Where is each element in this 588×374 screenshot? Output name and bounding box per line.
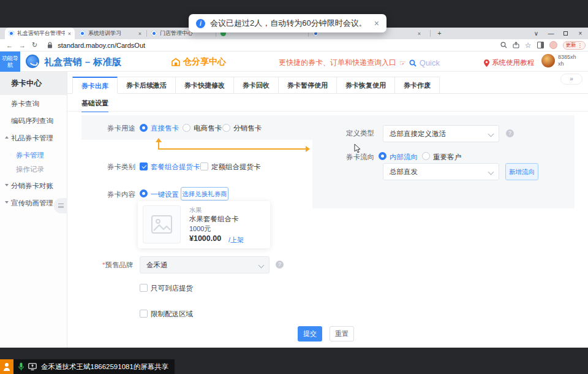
category-option-package[interactable]: 套餐组合提货卡: [151, 162, 200, 172]
window-maximize-button[interactable]: [560, 28, 571, 39]
location-pin-icon: [484, 59, 489, 67]
tab-card-followup-activate[interactable]: 券卡后续激活: [118, 77, 176, 94]
user-account[interactable]: 8385xh xh: [541, 54, 576, 67]
mouse-cursor: [354, 143, 361, 153]
checkbox-limit-delivery-area[interactable]: [140, 310, 148, 318]
app-header: 功能导航 礼盒营销 – 标准版 仓分享中心 更快捷的券卡、订单和快递查询入口 ☞…: [0, 52, 588, 72]
sidebar-item-distribution-reconcile[interactable]: 分销券卡对账: [0, 181, 67, 191]
back-icon[interactable]: ←: [6, 42, 13, 49]
tab-card-void[interactable]: 券卡作废: [395, 77, 440, 94]
tab-card-resume[interactable]: 券卡恢复使用: [337, 77, 395, 94]
share-icon[interactable]: [513, 42, 519, 48]
tab-card-quick-edit[interactable]: 券卡快捷修改: [176, 77, 234, 94]
category-option-fixed[interactable]: 定额组合提货卡: [211, 162, 261, 172]
submit-button[interactable]: 提交: [298, 326, 322, 342]
category-label: 券卡类别: [107, 162, 135, 172]
browser-window: 礼盒营销平台管理中心 × 系统培训学习 × 门店管理中心: [0, 28, 588, 348]
sidebar-item-code-sequence-query[interactable]: 编码序列查询: [0, 116, 67, 126]
favicon: [9, 31, 14, 36]
reload-icon[interactable]: ↻: [32, 41, 37, 49]
usage-option-direct[interactable]: 直接售卡: [151, 124, 179, 133]
share-status-text: 金禾通技术王斌18662591081的屏幕共享: [41, 362, 168, 372]
toast-close-icon[interactable]: ×: [374, 18, 379, 28]
forward-icon[interactable]: →: [19, 42, 26, 49]
tutorial-link[interactable]: 系统使用教程: [484, 58, 534, 67]
collapse-right-button[interactable]: »: [560, 74, 582, 85]
subtab-basic-settings[interactable]: 基础设置: [81, 99, 108, 112]
collapse-up-icon: [5, 136, 9, 139]
sidebar-collapse-handle[interactable]: [54, 198, 67, 213]
tab-card-suspend[interactable]: 券卡暂停使用: [279, 77, 337, 94]
tab-card-outbound[interactable]: 券卡出库: [72, 77, 118, 94]
reset-button[interactable]: 重置: [330, 326, 354, 342]
main-content: 券卡出库 券卡后续激活 券卡快捷修改 券卡回收 券卡暂停使用 券卡恢复使用 券卡…: [67, 72, 588, 348]
flow-select[interactable]: 总部直发: [383, 163, 499, 180]
url-text[interactable]: standard.maboy.cn/CardsOut: [58, 42, 145, 49]
usage-option-distribution[interactable]: 分销售卡: [233, 124, 262, 133]
side-panel-icon[interactable]: [537, 42, 544, 48]
radio-ecommerce-sale[interactable]: [183, 124, 190, 132]
checkbox-store-pickup-only[interactable]: [140, 284, 148, 292]
card-outbound-form: 券卡用途 直接售卡 电商售卡 分销售卡 定义类型 总部直接定义激活 ?: [81, 115, 575, 345]
meeting-toast: i 会议已超过2人，自动转为60分钟限时会议。 ×: [189, 14, 386, 32]
product-spec: 1000元: [189, 224, 211, 234]
product-name: 水果套餐组合卡: [189, 215, 239, 224]
bookmark-star-icon[interactable]: ☆: [525, 41, 532, 50]
sidebar-item-card-management[interactable]: 券卡管理: [0, 151, 67, 160]
radio-vip-customer[interactable]: [422, 152, 430, 160]
radio-one-key-setup[interactable]: [140, 189, 148, 197]
user-id: 8385xh: [558, 54, 576, 61]
browser-tab-training[interactable]: 系统培训学习 ×: [76, 28, 145, 39]
microphone-icon: [18, 362, 24, 371]
share-center-link[interactable]: 仓分享中心: [172, 56, 226, 67]
flow-option-vip[interactable]: 重要客户: [433, 153, 461, 162]
radio-internal-flow[interactable]: [379, 152, 386, 160]
new-tab-button[interactable]: +: [435, 29, 444, 38]
browser-update-button[interactable]: 更新 ⋮: [563, 41, 586, 50]
share-presenter-icon: [0, 359, 13, 374]
window-minimize-button[interactable]: —: [545, 28, 557, 39]
checkbox-package-combo-card[interactable]: [140, 162, 148, 170]
divider: [67, 111, 588, 112]
user-avatar: [541, 54, 555, 67]
sidebar-item-gift-card-management[interactable]: 礼品券卡管理: [0, 134, 67, 143]
choose-gift-product-button[interactable]: 选择兑换礼券商品: [181, 187, 228, 200]
radio-direct-sale[interactable]: [140, 124, 148, 132]
browser-profile-avatar[interactable]: [549, 41, 557, 49]
tab-close-icon[interactable]: ×: [68, 31, 71, 37]
flow-option-internal[interactable]: 内部流向: [390, 153, 418, 162]
product-status-link[interactable]: /上架: [228, 235, 244, 245]
tab-search-icon[interactable]: ∨: [530, 28, 542, 39]
radio-distribution-sale[interactable]: [222, 124, 230, 132]
tab-divider: [146, 30, 147, 37]
option-store-pickup-only[interactable]: 只可到店提货: [151, 284, 193, 293]
product-image-placeholder: [143, 205, 181, 243]
tab-close-icon[interactable]: ×: [418, 31, 421, 37]
zoom-icon[interactable]: [500, 42, 507, 48]
annotation-arrow-right: [306, 146, 310, 152]
sidebar-item-card-query[interactable]: 券卡查询: [0, 99, 67, 109]
option-limit-delivery-area[interactable]: 限制配送区域: [151, 310, 193, 319]
sidebar-item-operation-log[interactable]: 操作记录: [0, 165, 67, 174]
brand-select[interactable]: 金禾通: [140, 256, 270, 273]
define-type-help-icon[interactable]: ?: [506, 129, 514, 137]
add-flow-button[interactable]: 新增流向: [505, 163, 538, 180]
content-option-one-key[interactable]: 一键设置: [151, 190, 179, 199]
tab-card-recycle[interactable]: 券卡回收: [234, 77, 279, 94]
function-nav-button[interactable]: 功能导航: [0, 52, 20, 72]
content-label: 券卡内容: [107, 190, 135, 199]
window-close-button[interactable]: ×: [575, 28, 586, 39]
addressbar-actions: ☆ 更新 ⋮: [500, 41, 588, 50]
expand-down-icon: [5, 201, 9, 204]
checkbox-fixed-combo-card[interactable]: [200, 162, 208, 170]
brand-help-icon[interactable]: ?: [276, 261, 284, 269]
tab-close-icon[interactable]: ×: [138, 31, 141, 37]
browser-tab-gift-admin[interactable]: 礼盒营销平台管理中心 ×: [5, 28, 75, 39]
pointing-hand-icon: ☞: [399, 59, 406, 67]
product-card: 水果 水果套餐组合卡 1000元 ¥1000.00 /上架: [138, 201, 270, 248]
usage-option-ecommerce[interactable]: 电商售卡: [194, 124, 222, 133]
brand-logo-icon: [26, 55, 39, 68]
quick-entry[interactable]: 更快捷的券卡、订单和快递查询入口 ☞ Quick: [279, 58, 440, 68]
user-name: xh: [558, 61, 576, 67]
define-type-select[interactable]: 总部直接定义激活: [383, 125, 499, 142]
